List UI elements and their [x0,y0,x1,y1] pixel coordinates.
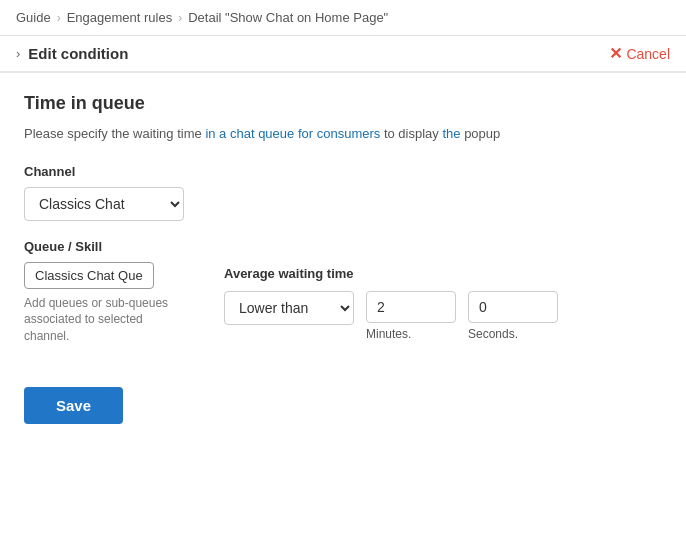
save-button[interactable]: Save [24,387,123,424]
channel-label: Channel [24,164,662,179]
header-row: › Edit condition ✕ Cancel [0,36,686,72]
breadcrumb-item-engagement[interactable]: Engagement rules [67,10,173,25]
header-left: › Edit condition [16,45,128,62]
seconds-label: Seconds. [468,327,558,341]
info-highlight-the: the [442,126,460,141]
awt-section: Average waiting time Lower than Greater … [224,266,558,341]
info-highlight-consumers: for consumers [298,126,380,141]
info-text: Please specify the waiting time in a cha… [24,124,662,144]
minutes-field-group: Minutes. [366,291,456,341]
cancel-label: Cancel [626,46,670,62]
queue-hint: Add queues or sub-queues associated to s… [24,295,184,345]
awt-condition-group: Lower than Greater than Equal to [224,291,354,325]
cancel-x-icon: ✕ [609,44,622,63]
queue-skill-field-group: Queue / Skill Classics Chat Que Add queu… [24,239,662,345]
section-title: Time in queue [24,93,662,114]
awt-label: Average waiting time [224,266,558,281]
breadcrumb: Guide › Engagement rules › Detail "Show … [0,0,686,36]
minutes-label: Minutes. [366,327,456,341]
main-content: Time in queue Please specify the waiting… [0,73,686,444]
info-highlight-queue: in a chat queue [205,126,294,141]
breadcrumb-item-guide[interactable]: Guide [16,10,51,25]
page-title: Edit condition [28,45,128,62]
minutes-input[interactable] [366,291,456,323]
channel-select[interactable]: Classics Chat Option 2 [24,187,184,221]
seconds-input[interactable] [468,291,558,323]
breadcrumb-separator-1: › [57,11,61,25]
awt-row: Lower than Greater than Equal to Minutes… [224,291,558,341]
cancel-button[interactable]: ✕ Cancel [609,44,670,63]
queue-skill-label: Queue / Skill [24,239,662,254]
channel-field-group: Channel Classics Chat Option 2 [24,164,662,221]
queue-column: Classics Chat Que Add queues or sub-queu… [24,262,184,345]
breadcrumb-item-detail: Detail "Show Chat on Home Page" [188,10,388,25]
seconds-field-group: Seconds. [468,291,558,341]
breadcrumb-separator-2: › [178,11,182,25]
chevron-right-icon: › [16,46,20,61]
condition-select[interactable]: Lower than Greater than Equal to [224,291,354,325]
queue-tag[interactable]: Classics Chat Que [24,262,154,289]
